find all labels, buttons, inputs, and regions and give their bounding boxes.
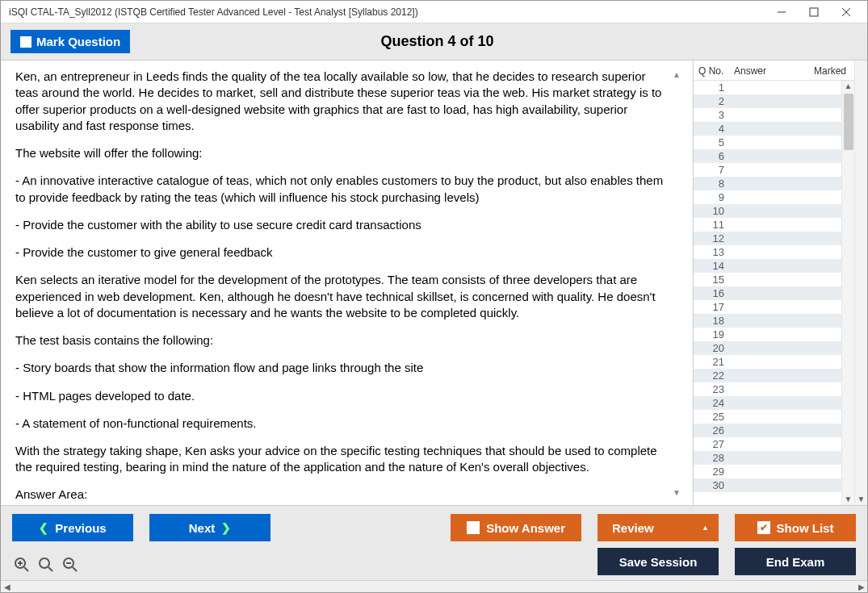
qlist-row[interactable]: 5 <box>694 136 854 149</box>
previous-button[interactable]: ❮ Previous <box>12 514 133 541</box>
chevron-right-icon: ❯ <box>221 521 231 534</box>
qlist-number: 1 <box>700 81 729 94</box>
qlist-row[interactable]: 17 <box>694 300 854 314</box>
qlist-number: 26 <box>700 424 729 436</box>
qlist-row[interactable]: 24 <box>694 396 854 410</box>
qlist-number: 16 <box>700 287 729 299</box>
qlist-row[interactable]: 9 <box>694 190 854 204</box>
dropdown-icon: ▲ <box>702 524 709 532</box>
show-list-button[interactable]: ✔ Show List <box>735 514 856 541</box>
question-list: 1234567891011121314151617181920212223242… <box>694 81 854 505</box>
close-button[interactable] <box>830 2 862 22</box>
qlist-row[interactable]: 16 <box>694 286 854 300</box>
review-button[interactable]: Review ▲ <box>598 514 719 541</box>
scroll-down-icon: ▼ <box>845 494 853 505</box>
scroll-up-icon: ▲ <box>673 70 681 79</box>
qlist-number: 30 <box>700 479 729 491</box>
scroll-thumb[interactable] <box>844 94 853 150</box>
zoom-controls <box>12 555 80 574</box>
question-area: Ken, an entrepreneur in Leeds finds the … <box>1 61 693 505</box>
app-window: iSQI CTAL-TA_Syll2012 (ISTQB Certified T… <box>0 0 868 593</box>
zoom-in-button[interactable] <box>12 555 31 574</box>
qlist-row[interactable]: 28 <box>694 451 854 465</box>
qlist-number: 9 <box>700 191 729 203</box>
show-answer-button[interactable]: Show Answer <box>451 514 581 541</box>
qlist-row[interactable]: 2 <box>694 94 854 108</box>
qlist-row[interactable]: 14 <box>694 259 854 273</box>
qlist-row[interactable]: 25 <box>694 410 854 424</box>
qlist-number: 15 <box>700 274 729 286</box>
qlist-row[interactable]: 3 <box>694 108 854 122</box>
maximize-button[interactable] <box>798 2 830 22</box>
question-paragraph: - HTML pages developed to date. <box>15 388 670 404</box>
next-button[interactable]: Next ❯ <box>149 514 270 541</box>
qlist-row[interactable]: 6 <box>694 149 854 163</box>
qlist-number: 22 <box>700 370 729 382</box>
qlist-row[interactable]: 4 <box>694 122 854 136</box>
qlist-row[interactable]: 1 <box>694 81 854 94</box>
qlist-row[interactable]: 10 <box>694 204 854 218</box>
zoom-reset-button[interactable] <box>36 555 56 574</box>
scroll-down-icon: ▼ <box>673 488 681 497</box>
qlist-row[interactable]: 27 <box>694 437 854 451</box>
qlist-number: 14 <box>700 260 729 272</box>
qlist-number: 4 <box>700 123 729 135</box>
qlist-number: 2 <box>700 95 729 107</box>
question-paragraph: The test basis contains the following: <box>15 332 670 349</box>
question-paragraph: With the strategy taking shape, Ken asks… <box>15 443 670 476</box>
qlist-row[interactable]: 13 <box>694 245 854 259</box>
chevron-left-icon: ❮ <box>39 521 48 534</box>
checkbox-icon <box>467 521 480 534</box>
scroll-left-icon: ◀ <box>1 581 13 593</box>
save-session-button[interactable]: Save Session <box>598 548 719 575</box>
window-controls <box>765 2 862 22</box>
qlist-row[interactable]: 7 <box>694 163 854 177</box>
svg-rect-1 <box>810 8 818 16</box>
titlebar: iSQI CTAL-TA_Syll2012 (ISTQB Certified T… <box>1 1 867 23</box>
svg-line-11 <box>73 567 77 571</box>
page-vscrollbar[interactable]: ▼ <box>854 61 867 505</box>
qlist-row[interactable]: 26 <box>694 424 854 437</box>
scroll-right-icon: ▶ <box>855 581 867 593</box>
qlist-number: 8 <box>700 177 729 190</box>
qlist-number: 10 <box>700 205 729 217</box>
magnify-icon <box>38 557 54 573</box>
qlist-row[interactable]: 11 <box>694 218 854 232</box>
qlist-row[interactable]: 21 <box>694 355 854 369</box>
question-paragraph: The website will offer the following: <box>15 145 670 161</box>
previous-label: Previous <box>55 521 106 535</box>
qlist-row[interactable]: 19 <box>694 328 854 341</box>
qlist-row[interactable]: 18 <box>694 314 854 328</box>
qlist-row[interactable]: 23 <box>694 382 854 396</box>
qlist-number: 3 <box>700 109 729 121</box>
scroll-down-icon: ▼ <box>858 494 866 505</box>
question-paragraph: Ken selects an iterative model for the d… <box>15 272 670 321</box>
qlist-number: 27 <box>700 438 729 450</box>
bottombar: ❮ Previous Next ❯ Show Answer Review ▲ ✔… <box>1 505 867 580</box>
qlist-row[interactable]: 29 <box>694 465 854 478</box>
zoom-out-button[interactable] <box>61 555 80 574</box>
svg-line-5 <box>24 567 28 571</box>
qlist-row[interactable]: 12 <box>694 232 854 245</box>
question-paragraph: - A statement of non-functional requirem… <box>15 416 670 432</box>
end-exam-button[interactable]: End Exam <box>735 548 856 575</box>
close-icon <box>841 7 851 17</box>
checkbox-checked-icon: ✔ <box>757 521 770 534</box>
button-row-2: Save Session End Exam <box>12 548 856 575</box>
qlist-row[interactable]: 30 <box>694 478 854 492</box>
qlist-row[interactable]: 20 <box>694 341 854 355</box>
review-label: Review <box>612 521 654 535</box>
question-scrollbar[interactable]: ▲ ▼ <box>670 69 683 499</box>
qlist-row[interactable]: 22 <box>694 369 854 382</box>
qlist-scrollbar[interactable]: ▲ ▼ <box>841 81 854 505</box>
minimize-button[interactable] <box>765 2 798 22</box>
qlist-number: 5 <box>700 136 729 148</box>
button-row-1: ❮ Previous Next ❯ Show Answer Review ▲ ✔… <box>12 514 856 541</box>
qlist-number: 6 <box>700 150 729 162</box>
qlist-row[interactable]: 15 <box>694 273 854 286</box>
topbar: Mark Question Question 4 of 10 <box>1 23 867 61</box>
question-paragraph: - Provide the customer with the ability … <box>15 217 670 233</box>
page-hscrollbar[interactable]: ◀ ▶ <box>1 580 867 592</box>
qlist-row[interactable]: 8 <box>694 177 854 190</box>
qlist-number: 19 <box>700 328 729 340</box>
